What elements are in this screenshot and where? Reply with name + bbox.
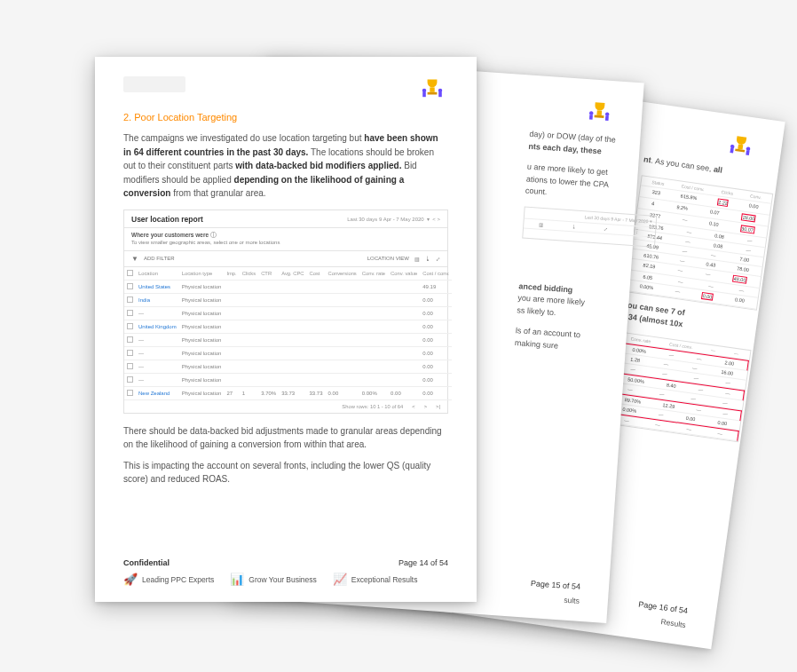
results-icon: 📈: [333, 573, 347, 586]
location-report-panel: User location report Last 30 days 9 Apr …: [123, 210, 448, 414]
table-row: —Physical location0.00: [124, 306, 452, 320]
footer-tag: sults: [564, 596, 580, 605]
filter-icon: ▼: [131, 255, 138, 263]
svg-point-14: [422, 89, 427, 93]
text-fragment: u are more likely to getations to lower …: [525, 162, 659, 207]
location-report-table: Location Location type Imp. Clicks CTR A…: [124, 267, 452, 400]
trophy-logo-icon: [582, 99, 616, 129]
trophy-logo-icon: [722, 131, 758, 164]
checkbox-icon: [127, 296, 133, 303]
checkbox-icon: [127, 376, 133, 383]
svg-rect-7: [595, 115, 604, 118]
table-row: United KingdomPhysical location0.00: [124, 320, 452, 333]
checkbox-icon: [127, 283, 133, 289]
svg-rect-5: [746, 150, 749, 155]
checkbox-icon: [127, 363, 133, 369]
svg-rect-0: [738, 144, 743, 149]
svg-rect-13: [428, 92, 438, 95]
table-row: IndiaPhysical location0.00: [124, 293, 452, 306]
report-header: User location report Last 30 days 9 Apr …: [124, 210, 447, 228]
pager-next-icon: >: [424, 404, 427, 409]
svg-rect-17: [438, 92, 442, 97]
footer-tag: Results: [660, 617, 686, 629]
checkbox-icon: [127, 350, 133, 356]
table-row: —Physical location0.00: [124, 346, 452, 360]
checkbox-icon: [127, 310, 133, 316]
trophy-logo-icon: [416, 76, 448, 105]
page-number: Page 14 of 54: [398, 558, 448, 567]
body-paragraph: The campaigns we investigated do use loc…: [123, 131, 448, 201]
checkbox-icon: [127, 390, 133, 396]
svg-rect-6: [596, 110, 602, 115]
mini-report-header: Last 30 days 9 Apr - 7 May 2020 ▾ ▥ ⭳ ⤢ …: [522, 206, 657, 247]
checkbox-icon: [127, 270, 133, 276]
svg-rect-12: [430, 87, 434, 91]
table-row: —Physical location0.00: [124, 333, 452, 346]
document-page-14: 2. Poor Location Targeting The campaigns…: [95, 57, 477, 602]
checkbox-icon: [127, 336, 133, 343]
report-filter-bar: ▼ ADD FILTER LOCATION VIEW ▥ ⭳ ⤢: [124, 251, 447, 267]
download-icon: ⭳: [571, 224, 576, 229]
report-date-range: Last 30 days 9 Apr - 7 May 2020 ▾ < >: [347, 216, 440, 222]
pager-last-icon: >|: [436, 404, 440, 409]
expand-icon: ⤢: [436, 256, 440, 262]
pager-prev-icon: <: [412, 404, 414, 409]
table-row: New ZealandPhysical location2713.70%33.7…: [124, 386, 452, 399]
footer-tag-experts: 🚀Leading PPC Experts: [123, 573, 214, 586]
brand-logo-placeholder: [123, 76, 185, 92]
confidential-label: Confidential: [123, 558, 170, 567]
svg-rect-16: [422, 92, 426, 97]
svg-point-15: [438, 89, 443, 93]
text-fragment: ls of an account tomaking sure: [515, 325, 650, 358]
download-icon: ⭳: [425, 256, 430, 261]
svg-point-8: [589, 111, 594, 115]
footer-tag-results: 📈Exceptional Results: [333, 573, 418, 586]
table-row: —Physical location0.00: [124, 360, 452, 373]
svg-point-9: [605, 112, 610, 116]
location-view-label: LOCATION VIEW: [367, 256, 409, 261]
rocket-icon: 🚀: [123, 573, 138, 586]
section-title: 2. Poor Location Targeting: [123, 112, 448, 123]
columns-icon: ▥: [539, 221, 544, 226]
expand-icon: ⤢: [604, 225, 608, 231]
page-footer: Confidential Page 14 of 54 🚀Leading PPC …: [123, 558, 448, 586]
bar-chart-icon: 📊: [230, 573, 244, 586]
svg-rect-10: [589, 115, 593, 120]
table-row: United StatesPhysical location49.19: [124, 280, 452, 293]
columns-icon: ▥: [414, 256, 420, 262]
report-title: User location report: [131, 215, 203, 224]
more-icon: ⋮: [635, 228, 640, 233]
add-filter-label: ADD FILTER: [144, 256, 175, 261]
svg-rect-4: [730, 148, 733, 154]
checkbox-icon: [127, 323, 133, 329]
footer-tag-grow: 📊Grow Your Business: [230, 573, 317, 586]
report-subheader: Where your customers were ⓘ To view smal…: [124, 228, 447, 251]
page-header: [123, 76, 448, 105]
body-paragraph: This is impacting the account on several…: [123, 459, 448, 486]
svg-rect-11: [605, 115, 609, 121]
table-row: —Physical location0.00: [124, 373, 452, 386]
body-paragraph: There should be data-backed bid adjustme…: [123, 424, 448, 452]
report-pager: Show rows: 10 1 - 10 of 64 < > >|: [124, 400, 447, 413]
